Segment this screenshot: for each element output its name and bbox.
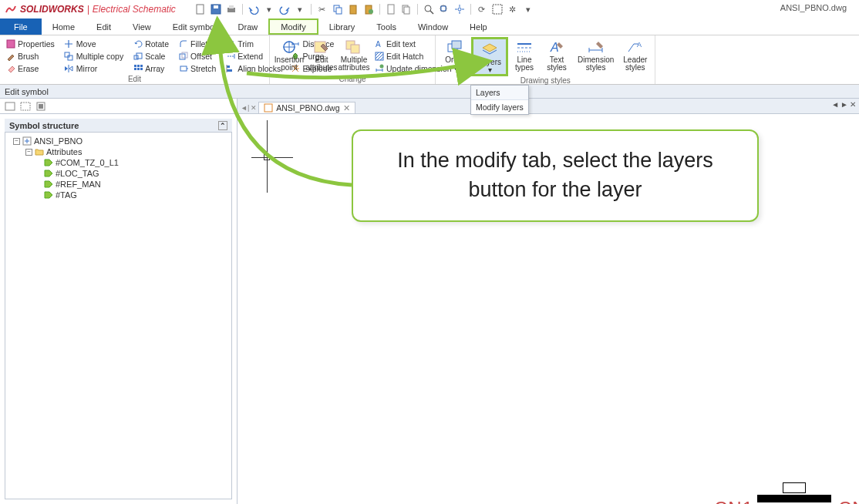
menu-draw[interactable]: Draw [227,18,269,35]
multiple-copy-button[interactable]: Multiple copy [62,50,126,62]
save-icon[interactable] [210,3,222,15]
tree-attr-item[interactable]: #LOC_TAG [13,168,224,179]
text-styles-button[interactable]: A Textstyles [541,37,573,72]
menu-help[interactable]: Help [459,18,498,35]
dropdown-icon[interactable]: ▾ [294,3,306,15]
edit-attributes-button[interactable]: Editattributes [305,37,338,72]
new-icon[interactable] [194,3,207,15]
tree-attr-item[interactable]: #COM_TZ_0_L1 [13,157,224,168]
menu-home[interactable]: Home [42,18,86,35]
tree-attributes[interactable]: − Attributes [13,146,224,157]
tab-nav-icon[interactable]: ◄| [241,104,249,112]
layers-button[interactable]: Layers▾ [471,37,508,76]
close-tab-icon[interactable]: ✕ [343,103,350,113]
menu-edit[interactable]: Edit [86,18,122,35]
mirror-button[interactable]: Mirror [62,62,126,74]
tree-attr-item[interactable]: #REF_MAN [13,179,224,190]
rotate-button[interactable]: Rotate [130,38,171,49]
print-icon[interactable] [225,3,237,15]
tab-nav-left-icon[interactable]: ◄ [831,100,839,109]
properties-button[interactable]: Properties [3,38,57,49]
stretch-button[interactable]: Stretch [176,62,218,74]
svg-point-13 [425,5,431,12]
ribbon-group-label: Change [273,75,432,84]
tree-root[interactable]: − ANSI_PBNO [13,136,224,146]
brand-label: SOLIDWORKS | Electrical Schematic [20,4,176,15]
svg-rect-2 [214,5,218,8]
ribbon-group-label: Drawing styles [439,76,652,85]
zoom-fit-icon[interactable] [423,3,435,15]
svg-text:A: A [637,41,642,49]
tree-attr-item[interactable]: #TAG [13,190,224,200]
dimension-styles-button[interactable]: Dimensionstyles [573,37,618,72]
layers-dropdown: Layers Modify layers [470,85,529,115]
menu-modify[interactable]: Modify [268,18,318,35]
menu-bar: File Home Edit View Edit symbol Draw Mod… [0,18,859,35]
panel-tool-icon[interactable] [5,101,15,112]
undo-icon[interactable] [248,3,260,15]
svg-rect-0 [197,5,204,14]
svg-rect-28 [137,68,140,70]
left-toolbar [0,99,237,114]
order-button[interactable]: Order▾ [439,37,471,72]
align-icon [225,63,235,73]
tree-toggle-icon[interactable]: − [25,149,32,156]
svg-point-17 [458,8,461,11]
collapse-icon[interactable]: ⌃ [218,121,227,130]
svg-rect-26 [140,65,143,67]
rotate-icon [133,39,143,49]
copy-file-icon[interactable] [400,3,413,15]
brush-button[interactable]: Brush [3,50,57,62]
menu-tools[interactable]: Tools [365,18,407,35]
dropdown-icon[interactable]: ▾ [522,3,534,15]
menu-view[interactable]: View [122,18,162,35]
modify-layers-item[interactable]: Modify layers [471,100,528,114]
svg-rect-49 [39,104,43,109]
document-tab[interactable]: ANSI_PBNO.dwg ✕ [258,102,355,113]
line-types-button[interactable]: Linetypes [508,37,541,72]
file-icon[interactable] [385,3,397,15]
fillet-button[interactable]: Fillet [176,38,218,49]
svg-point-41 [379,64,383,68]
offset-button[interactable]: Offset [176,50,218,62]
copy-icon[interactable] [332,3,344,15]
move-button[interactable]: Move [62,38,126,49]
refresh-icon[interactable]: ⟳ [476,3,488,15]
tab-close-icon[interactable]: ✕ [251,104,257,112]
svg-rect-33 [227,66,230,68]
array-icon [133,63,143,73]
menu-edit-symbol[interactable]: Edit symbol [162,18,227,35]
paste-icon[interactable] [347,3,359,15]
menu-window[interactable]: Window [407,18,459,35]
insertion-point-button[interactable]: Insertionpoint [273,37,305,72]
svg-rect-38 [351,45,359,53]
settings-icon[interactable]: ✲ [507,3,519,15]
line-types-icon [514,39,534,55]
cut-icon[interactable]: ✂ [316,3,328,15]
snap-icon[interactable] [453,3,466,15]
scale-button[interactable]: Scale [130,50,171,62]
leader-styles-button[interactable]: A Leaderstyles [618,37,652,72]
trim-icon [225,39,235,49]
svg-rect-16 [441,6,446,11]
update-dimension-icon [374,63,384,73]
redo-icon[interactable] [278,3,291,15]
paste-special-icon[interactable] [362,3,375,15]
tab-close-all-icon[interactable]: ✕ [850,100,856,109]
find-icon[interactable] [491,3,504,15]
zoom-window-icon[interactable] [438,3,450,15]
panel-tool-icon[interactable] [35,101,46,112]
svg-rect-20 [65,52,69,57]
array-button[interactable]: Array [130,62,171,74]
tree-toggle-icon[interactable]: − [13,138,20,145]
tab-nav-right-icon[interactable]: ► [840,100,848,109]
menu-library[interactable]: Library [318,18,366,35]
panel-tool-icon[interactable] [20,101,31,112]
dropdown-icon[interactable]: ▾ [263,3,275,15]
ribbon-group-drawing-styles: Order▾ Layers▾ Linetypes A Textstyles Di… [436,35,655,84]
symbol-tree[interactable]: − ANSI_PBNO − Attributes #COM_TZ_0_L1 #L… [5,133,232,499]
svg-rect-24 [134,65,136,67]
menu-file[interactable]: File [0,18,42,35]
multiple-attributes-button[interactable]: Multipleattributes [338,37,370,72]
erase-button[interactable]: Erase [3,62,57,74]
